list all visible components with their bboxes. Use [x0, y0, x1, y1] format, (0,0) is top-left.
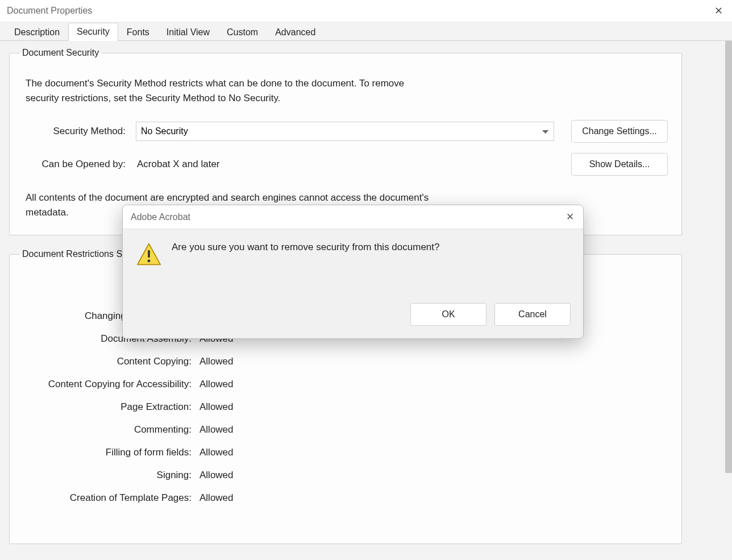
change-settings-button[interactable]: Change Settings...: [571, 120, 668, 143]
dialog-title: Adobe Acrobat: [131, 212, 190, 222]
tab-advanced[interactable]: Advanced: [267, 23, 324, 41]
restriction-value: Allowed: [199, 447, 234, 458]
restriction-label: Creation of Template Pages:: [23, 492, 199, 504]
tab-strip: Description Security Fonts Initial View …: [0, 22, 732, 41]
window-title: Document Properties: [7, 6, 92, 16]
restriction-row: Filling of form fields: Allowed: [23, 441, 668, 464]
dialog-body: Are you sure you want to remove security…: [123, 229, 583, 297]
vertical-scrollbar[interactable]: [725, 41, 732, 473]
restriction-value: Allowed: [199, 470, 234, 481]
restriction-label: Content Copying:: [23, 356, 199, 367]
warning-icon: [136, 242, 161, 267]
restriction-label: Signing:: [23, 470, 199, 481]
tab-fonts[interactable]: Fonts: [118, 23, 158, 41]
restriction-value: Allowed: [199, 356, 234, 367]
restriction-row: Content Copying: Allowed: [23, 350, 668, 373]
dialog-close-icon[interactable]: ✕: [563, 209, 577, 225]
security-description-text: The document's Security Method restricts…: [26, 76, 435, 106]
restriction-value: Allowed: [199, 492, 234, 504]
close-icon[interactable]: ✕: [710, 2, 727, 19]
opened-by-row: Can be Opened by: Acrobat X and later Sh…: [23, 153, 668, 176]
restriction-label: Content Copying for Accessibility:: [23, 379, 199, 390]
restriction-row: Commenting: Allowed: [23, 418, 668, 441]
confirm-remove-security-dialog: Adobe Acrobat ✕ Are you sure you want to…: [122, 205, 584, 339]
show-details-button[interactable]: Show Details...: [571, 153, 668, 176]
restriction-row: Content Copying for Accessibility: Allow…: [23, 373, 668, 396]
svg-rect-1: [148, 250, 150, 258]
restriction-value: Allowed: [199, 379, 234, 390]
tab-security[interactable]: Security: [68, 23, 118, 41]
security-method-dropdown[interactable]: No Security: [136, 122, 554, 141]
restriction-row: Page Extraction: Allowed: [23, 396, 668, 418]
tab-custom[interactable]: Custom: [218, 23, 267, 41]
opened-by-value: Acrobat X and later: [136, 159, 561, 170]
ok-button[interactable]: OK: [410, 303, 486, 326]
security-method-row: Security Method: No Security Change Sett…: [23, 120, 668, 143]
restriction-label: Page Extraction:: [23, 401, 199, 413]
restriction-value: Allowed: [199, 401, 234, 413]
window-titlebar: Document Properties ✕: [0, 0, 732, 22]
dialog-message: Are you sure you want to remove security…: [172, 242, 439, 253]
dialog-titlebar: Adobe Acrobat ✕: [123, 205, 583, 229]
dialog-button-row: OK Cancel: [123, 297, 583, 338]
tab-description[interactable]: Description: [6, 23, 68, 41]
svg-point-2: [148, 260, 151, 263]
opened-by-label: Can be Opened by:: [23, 159, 126, 170]
document-security-legend: Document Security: [20, 48, 101, 58]
security-method-label: Security Method:: [23, 126, 126, 137]
restriction-row: Creation of Template Pages: Allowed: [23, 487, 668, 509]
tab-initial-view[interactable]: Initial View: [158, 23, 218, 41]
restriction-value: Allowed: [199, 424, 234, 435]
restriction-label: Commenting:: [23, 424, 199, 435]
restriction-label: Filling of form fields:: [23, 447, 199, 458]
cancel-button[interactable]: Cancel: [494, 303, 571, 326]
restriction-row: Signing: Allowed: [23, 464, 668, 487]
